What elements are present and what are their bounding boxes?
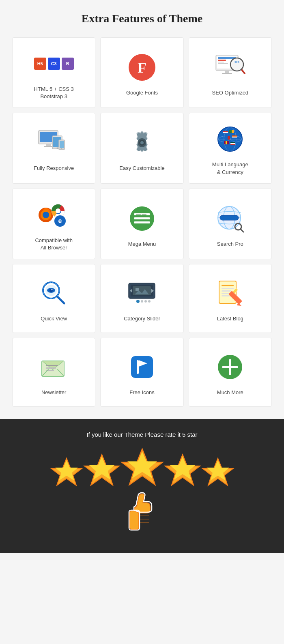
- svg-rect-42: [232, 137, 237, 138]
- svg-rect-47: [227, 141, 229, 144]
- svg-rect-105: [137, 360, 139, 374]
- svg-point-77: [51, 289, 52, 290]
- feature-label-customizable: Easy Customizable: [119, 165, 164, 172]
- svg-rect-102: [46, 367, 56, 369]
- browsers-icon: e: [38, 199, 70, 231]
- feature-much-more: Much More: [189, 338, 272, 407]
- search-globe-icon: [214, 202, 246, 235]
- features-grid: H5 C3 B HTML 5 + CSS 3Bootstrap 3 F Goog…: [0, 33, 284, 415]
- newsletter-icon: [38, 351, 70, 383]
- svg-rect-45: [224, 141, 226, 144]
- svg-rect-49: [230, 142, 235, 143]
- feature-free-icons: Free Icons: [100, 338, 183, 407]
- page-title: Extra Features of Theme: [0, 0, 284, 33]
- svg-rect-9: [222, 73, 232, 74]
- svg-rect-96: [222, 295, 230, 296]
- feature-quick-view: Quick View: [12, 264, 95, 333]
- rating-text: If you like our Theme Please rate it 5 s…: [8, 431, 276, 438]
- svg-rect-17: [44, 146, 53, 147]
- svg-rect-93: [222, 288, 234, 289]
- google-fonts-icon: F: [126, 51, 158, 84]
- svg-rect-33: [223, 133, 228, 135]
- feature-label-latest-blog: Latest Blog: [217, 315, 243, 322]
- svg-point-89: [144, 300, 147, 303]
- responsive-icon: [38, 127, 70, 159]
- svg-rect-101: [46, 365, 58, 366]
- svg-point-23: [61, 148, 62, 149]
- thumbs-up-icon: [122, 491, 162, 535]
- svg-rect-65: [136, 214, 141, 215]
- svg-rect-46: [226, 141, 227, 144]
- svg-rect-36: [232, 130, 234, 133]
- svg-point-58: [56, 208, 60, 213]
- svg-rect-70: [220, 215, 239, 220]
- html-bootstrap-icon: H5 C3 B: [38, 47, 70, 80]
- svg-rect-43: [232, 138, 237, 139]
- feature-label-much-more: Much More: [217, 389, 243, 396]
- svg-line-78: [58, 297, 64, 303]
- svg-rect-50: [230, 143, 235, 144]
- svg-rect-41: [232, 135, 237, 137]
- latest-blog-icon: [214, 277, 246, 309]
- feature-label-quick-view: Quick View: [41, 315, 67, 322]
- mega-menu-icon: [126, 202, 158, 235]
- feature-category-slider: Category Slider: [100, 264, 183, 333]
- feature-latest-blog: Latest Blog: [189, 264, 272, 333]
- much-more-icon: [214, 351, 246, 383]
- free-icons-icon: [126, 351, 158, 383]
- svg-rect-64: [134, 221, 150, 223]
- feature-mega-menu: Mega Menu: [100, 189, 183, 259]
- quick-view-icon: [38, 277, 70, 309]
- star-1: [50, 456, 83, 487]
- star-4: [164, 452, 201, 487]
- svg-rect-83: [136, 288, 139, 291]
- star-2: [84, 452, 120, 487]
- feature-browser-compat: e Compatible withAll Browser: [12, 189, 95, 259]
- svg-text:e: e: [58, 217, 62, 224]
- svg-rect-7: [218, 63, 228, 64]
- svg-rect-51: [230, 144, 235, 146]
- svg-point-88: [141, 300, 143, 303]
- svg-rect-39: [228, 136, 230, 140]
- svg-rect-94: [222, 290, 231, 292]
- svg-rect-104: [131, 356, 153, 378]
- feature-label-html: HTML 5 + CSS 3Bootstrap 3: [34, 86, 74, 100]
- feature-responsive: Fully Responsive: [12, 113, 95, 183]
- svg-point-90: [148, 300, 151, 303]
- svg-line-72: [241, 229, 243, 232]
- feature-label-responsive: Fully Responsive: [34, 165, 74, 172]
- svg-rect-6: [218, 62, 224, 62]
- svg-rect-38: [225, 136, 228, 140]
- svg-rect-8: [225, 71, 229, 73]
- feature-customizable: Easy Customizable: [100, 113, 183, 183]
- feature-label-google-fonts: Google Fonts: [126, 89, 158, 97]
- svg-text:seo: seo: [235, 60, 239, 63]
- feature-multi-language: Multi Language& Currency: [189, 113, 272, 183]
- feature-label-search-pro: Search Pro: [217, 240, 243, 248]
- feature-label-browser: Compatible withAll Browser: [35, 237, 73, 251]
- svg-rect-16: [46, 144, 51, 146]
- feature-label-category-slider: Category Slider: [124, 315, 160, 322]
- svg-point-87: [136, 300, 140, 303]
- feature-html-bootstrap: H5 C3 B HTML 5 + CSS 3Bootstrap 3: [12, 37, 95, 108]
- svg-rect-31: [223, 131, 228, 132]
- svg-rect-5: [218, 60, 226, 61]
- feature-seo: seo SEO Optimized: [189, 37, 272, 108]
- gear-icon: [126, 127, 158, 159]
- svg-rect-63: [134, 217, 150, 219]
- seo-icon: seo: [214, 51, 246, 84]
- feature-label-seo: SEO Optimized: [212, 89, 249, 97]
- star-5: [202, 456, 234, 487]
- svg-point-26: [140, 141, 144, 144]
- svg-text:F: F: [138, 60, 146, 76]
- feature-label-mega-menu: Mega Menu: [128, 240, 156, 248]
- star-3-big: [121, 446, 164, 487]
- feature-search-pro: Search Pro: [189, 189, 272, 259]
- rating-section: If you like our Theme Please rate it 5 s…: [0, 419, 284, 553]
- svg-rect-32: [223, 132, 228, 133]
- svg-point-20: [56, 148, 58, 149]
- svg-rect-66: [142, 214, 146, 215]
- category-slider-icon: [126, 277, 158, 309]
- svg-rect-92: [222, 285, 234, 286]
- feature-label-newsletter: Newsletter: [41, 389, 66, 396]
